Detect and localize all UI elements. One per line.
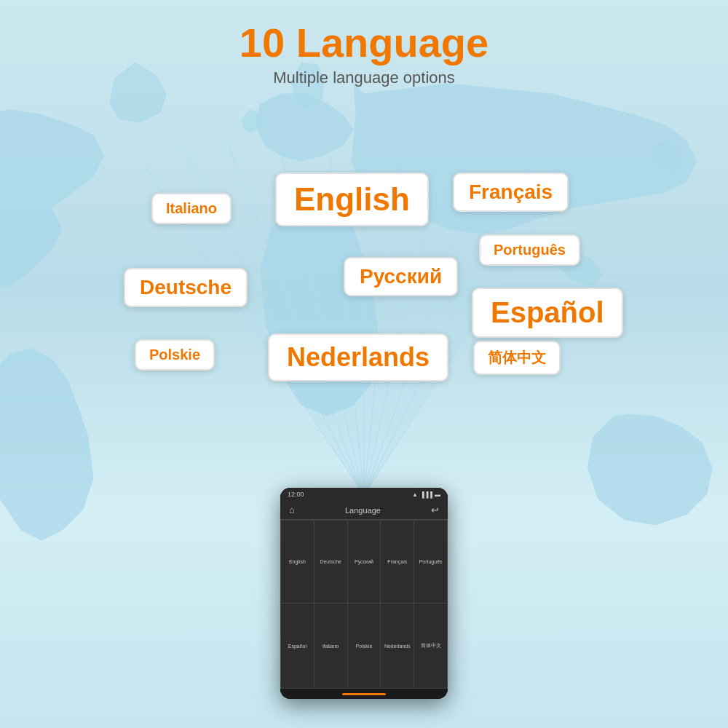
badge-english[interactable]: English (275, 173, 429, 226)
device-signal-icons: ▲ ▐▐▐ ▬ (412, 491, 440, 498)
battery-icon: ▬ (435, 491, 440, 498)
device-lang-portugues[interactable]: Português (414, 521, 447, 603)
device-time: 12:00 (288, 491, 304, 498)
device-bottom-bar (280, 689, 448, 699)
badge-deutsche[interactable]: Deutsche (124, 268, 248, 307)
device-lang-chinese[interactable]: 简体中文 (414, 604, 447, 688)
badge-italiano[interactable]: Italiano (151, 193, 232, 224)
badge-polskie[interactable]: Polskie (135, 339, 215, 371)
badge-russian[interactable]: Русский (344, 257, 458, 296)
device-screen: 12:00 ▲ ▐▐▐ ▬ ⌂ Language ↩ English Deuts… (280, 488, 448, 699)
header: 10 Language Multiple language options (0, 0, 728, 87)
subtitle: Multiple language options (0, 68, 728, 87)
back-icon[interactable]: ↩ (431, 505, 439, 515)
wifi-icon: ▲ (412, 491, 418, 498)
home-icon[interactable]: ⌂ (289, 505, 295, 515)
device-lang-italiano[interactable]: Italiano (314, 604, 347, 688)
badge-chinese[interactable]: 简体中文 (473, 341, 561, 375)
device-status-bar: 12:00 ▲ ▐▐▐ ▬ (280, 488, 448, 501)
device-home-indicator (342, 693, 386, 695)
device: 12:00 ▲ ▐▐▐ ▬ ⌂ Language ↩ English Deuts… (280, 488, 448, 699)
device-nav-title: Language (345, 506, 381, 515)
badge-espanol[interactable]: Español (472, 288, 623, 338)
main-title: 10 Language (0, 20, 728, 66)
device-nav-bar: ⌂ Language ↩ (280, 501, 448, 520)
device-lang-francais[interactable]: Français (381, 521, 414, 603)
badge-francais[interactable]: Français (453, 173, 569, 212)
device-lang-russian[interactable]: Русский (348, 521, 381, 603)
device-lang-english[interactable]: English (281, 521, 314, 603)
main-content: 10 Language Multiple language options En… (0, 0, 728, 728)
device-lang-polskie[interactable]: Polskie (348, 604, 381, 688)
badge-nederlands[interactable]: Nederlands (268, 333, 448, 381)
device-lang-deutsche[interactable]: Deutsche (314, 521, 347, 603)
signal-icon: ▐▐▐ (420, 491, 432, 498)
device-language-grid: English Deutsche Русский Français Portug… (280, 520, 448, 689)
device-lang-espanol[interactable]: Español (281, 604, 314, 688)
device-lang-nederlands[interactable]: Nederlands (381, 604, 414, 688)
badge-portugues[interactable]: Português (479, 234, 580, 266)
